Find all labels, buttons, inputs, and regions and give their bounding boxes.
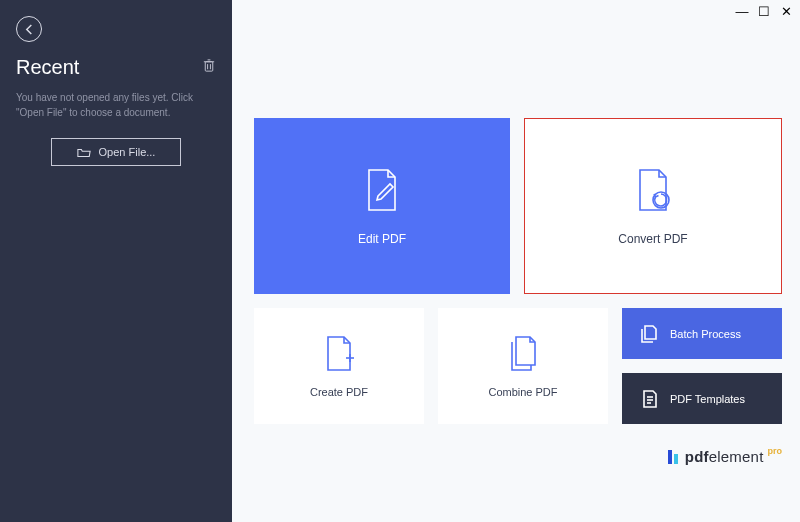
branding: pdfelement pro bbox=[254, 448, 782, 465]
combine-pdf-card[interactable]: Combine PDF bbox=[438, 308, 608, 424]
sidebar: Recent You have not opened any files yet… bbox=[0, 0, 232, 522]
recent-empty-hint: You have not opened any files yet. Click… bbox=[16, 91, 211, 120]
logo-pro-suffix: pro bbox=[768, 446, 783, 456]
combine-pdf-label: Combine PDF bbox=[488, 386, 557, 398]
document-create-icon bbox=[322, 334, 356, 374]
logo-text: pdfelement bbox=[685, 448, 764, 465]
create-pdf-label: Create PDF bbox=[310, 386, 368, 398]
back-button[interactable] bbox=[16, 16, 42, 42]
chevron-left-icon bbox=[24, 24, 35, 35]
convert-pdf-label: Convert PDF bbox=[618, 232, 687, 246]
edit-pdf-card[interactable]: Edit PDF bbox=[254, 118, 510, 294]
logo-icon bbox=[668, 450, 682, 464]
document-convert-icon bbox=[631, 166, 675, 214]
recent-heading: Recent bbox=[16, 56, 79, 79]
clear-recent-button[interactable] bbox=[202, 58, 216, 77]
document-template-icon bbox=[640, 389, 658, 409]
pdf-templates-card[interactable]: PDF Templates bbox=[622, 373, 782, 424]
pdf-templates-label: PDF Templates bbox=[670, 393, 745, 405]
open-file-button[interactable]: Open File... bbox=[51, 138, 181, 166]
open-file-label: Open File... bbox=[99, 146, 156, 158]
convert-pdf-card[interactable]: Convert PDF bbox=[524, 118, 782, 294]
batch-process-card[interactable]: Batch Process bbox=[622, 308, 782, 359]
trash-icon bbox=[202, 58, 216, 73]
document-edit-icon bbox=[360, 166, 404, 214]
folder-open-icon bbox=[77, 147, 91, 158]
create-pdf-card[interactable]: Create PDF bbox=[254, 308, 424, 424]
document-batch-icon bbox=[640, 324, 658, 344]
edit-pdf-label: Edit PDF bbox=[358, 232, 406, 246]
main-area: Edit PDF Convert PDF bbox=[232, 0, 800, 522]
document-combine-icon bbox=[506, 334, 540, 374]
batch-process-label: Batch Process bbox=[670, 328, 741, 340]
svg-rect-0 bbox=[205, 62, 213, 71]
